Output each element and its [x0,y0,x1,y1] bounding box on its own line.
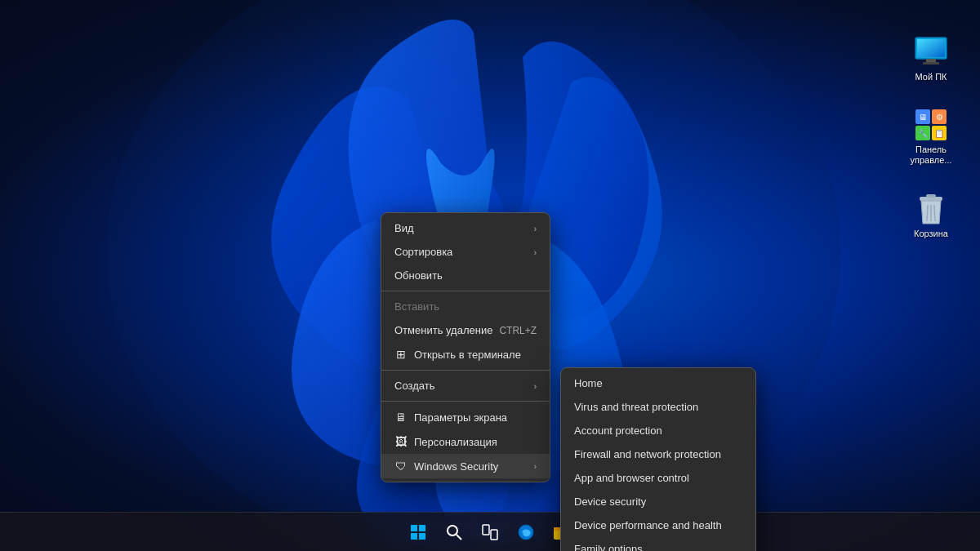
create-label: Создать [394,380,434,392]
security-item-home[interactable]: Home [561,371,755,395]
separator-2 [381,370,550,371]
svg-rect-17 [926,194,936,198]
personalize-icon: 🖼 [394,435,408,448]
svg-point-25 [448,526,457,535]
menu-item-view[interactable]: Вид › [381,216,550,240]
menu-item-display[interactable]: 🖥 Параметры экрана [381,405,550,429]
win-security-arrow: › [533,461,537,471]
svg-line-18 [927,205,928,221]
svg-rect-27 [483,525,489,535]
desktop-icons: Мой ПК 🖥 ⚙ 🔧 📋 Панель управле... [898,33,964,242]
view-label: Вид [394,222,414,234]
browser-label: App and browser control [574,472,689,484]
terminal-icon: ⊞ [394,348,408,361]
separator-1 [381,291,550,291]
svg-text:🔧: 🔧 [918,128,929,139]
svg-text:📋: 📋 [934,128,945,139]
virus-label: Virus and threat protection [574,401,698,413]
family-label: Family options [574,543,643,551]
win-security-icon: 🛡 [394,460,408,473]
desktop-icon-control-panel[interactable]: 🖥 ⚙ 🔧 📋 Панель управле... [898,105,964,169]
personalize-label: Персонализация [414,436,497,448]
primary-context-menu: Вид › Сортировка › Обновить Вставить Отм… [381,212,550,482]
display-icon: 🖥 [394,411,408,424]
paste-label: Вставить [394,300,439,313]
sort-label: Сортировка [394,246,452,258]
refresh-label: Обновить [394,269,443,282]
svg-text:🖥: 🖥 [919,113,927,122]
svg-line-26 [457,535,461,540]
control-panel-icon: 🖥 ⚙ 🔧 📋 [915,109,947,141]
sort-arrow: › [533,247,537,257]
svg-rect-24 [419,533,425,540]
menu-item-paste: Вставить [381,295,550,318]
control-panel-label: Панель управле... [902,144,960,166]
taskbar-search[interactable] [438,516,470,549]
menu-item-refresh[interactable]: Обновить [381,264,550,287]
security-item-account[interactable]: Account protection [561,419,755,442]
device-health-label: Device performance and health [574,519,722,531]
home-label: Home [574,377,603,389]
menu-item-personalize[interactable]: 🖼 Персонализация [381,429,550,454]
security-item-browser[interactable]: App and browser control [561,466,755,490]
desktop-icon-my-pc[interactable]: Мой ПК [898,33,964,86]
taskbar [0,512,980,551]
svg-rect-21 [411,525,417,531]
desktop-icon-recycle-bin[interactable]: Корзина [898,189,964,242]
security-item-virus[interactable]: Virus and threat protection [561,395,755,419]
firewall-label: Firewall and network protection [574,448,721,460]
terminal-label: Открыть в терминале [414,349,521,361]
menu-item-create[interactable]: Создать › [381,374,550,398]
my-pc-icon [915,36,947,69]
taskbar-start[interactable] [402,516,434,549]
recycle-bin-label: Корзина [914,229,948,239]
create-arrow: › [533,381,537,391]
account-label: Account protection [574,424,662,437]
my-pc-label: Мой ПК [915,72,947,82]
menu-item-win-security[interactable]: 🛡 Windows Security › [381,454,550,478]
security-item-firewall[interactable]: Firewall and network protection [561,442,755,466]
security-submenu: Home Virus and threat protection Account… [560,367,756,551]
separator-3 [381,401,550,402]
taskbar-taskview[interactable] [474,516,506,549]
recycle-bin-icon [915,193,947,225]
menu-item-undo[interactable]: Отменить удаление CTRL+Z [381,318,550,342]
svg-line-20 [934,205,935,221]
undo-label: Отменить удаление [394,324,492,336]
display-label: Параметры экрана [414,411,507,424]
undo-shortcut: CTRL+Z [499,325,537,336]
menu-item-terminal[interactable]: ⊞ Открыть в терминале [381,342,550,367]
svg-rect-22 [419,525,425,531]
svg-rect-6 [926,59,936,62]
security-item-family[interactable]: Family options [561,537,755,551]
device-sec-label: Device security [574,495,646,508]
taskbar-edge[interactable] [510,516,542,549]
svg-rect-28 [491,530,497,540]
security-item-device-sec[interactable]: Device security [561,490,755,513]
svg-rect-5 [917,39,945,57]
svg-rect-23 [411,533,417,540]
menu-item-sort[interactable]: Сортировка › [381,240,550,264]
security-item-device-health[interactable]: Device performance and health [561,513,755,537]
svg-rect-7 [923,62,939,64]
win-security-label: Windows Security [414,460,498,473]
view-arrow: › [533,224,537,233]
svg-text:⚙: ⚙ [936,113,943,122]
